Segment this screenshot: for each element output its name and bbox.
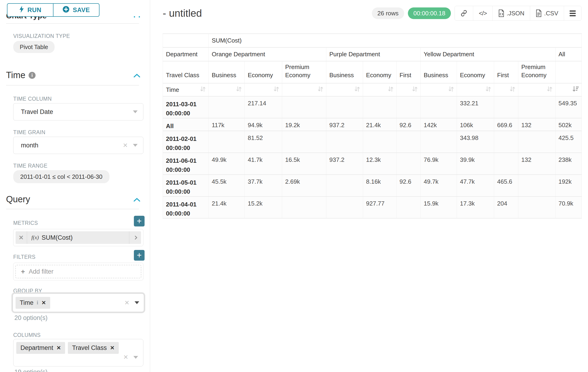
chevron-down-icon <box>135 301 139 304</box>
sort-icon[interactable] <box>273 86 280 94</box>
column-sort-header[interactable] <box>209 83 245 96</box>
time-grain-select[interactable]: month ✕ <box>13 137 143 154</box>
pivot-cell <box>494 96 518 118</box>
add-filter-plus-button[interactable]: + <box>134 250 145 261</box>
group-by-chip-label: Time <box>20 299 33 307</box>
export-csv-button[interactable]: .CSV <box>530 6 564 21</box>
column-header: Economy <box>457 61 494 83</box>
column-sort-header[interactable] <box>326 83 363 96</box>
column-sort-header[interactable] <box>397 83 421 96</box>
remove-chip-icon[interactable]: ✕ <box>56 345 61 351</box>
chevron-up-icon[interactable] <box>133 198 140 202</box>
chevron-up-icon[interactable] <box>134 16 140 18</box>
file-code-icon <box>498 10 504 17</box>
pivot-row: 2011-06-0100:00:0049.9k41.7k16.5k937.212… <box>163 153 582 175</box>
expand-metric-icon[interactable] <box>129 231 141 244</box>
column-sort-header[interactable] <box>363 83 397 96</box>
time-sort-header[interactable]: Time <box>163 83 209 96</box>
pivot-table-container: SUM(Cost)DepartmentOrange DepartmentPurp… <box>163 33 582 219</box>
time-grain-value: month <box>21 142 123 149</box>
clear-icon[interactable]: ✕ <box>124 299 129 307</box>
pivot-cell: 21.4k <box>363 118 397 131</box>
group-by-chip[interactable]: Time i ✕ <box>16 297 50 309</box>
columns-chip-label: Travel Class <box>72 344 107 351</box>
add-metric-button[interactable]: + <box>134 216 145 226</box>
remove-chip-icon[interactable]: ✕ <box>110 345 114 351</box>
pivot-row: 2011-04-0100:00:0021.4k15.2k927.7715.9k1… <box>163 196 582 218</box>
metric-chip[interactable]: ✕ f(x) SUM(Cost) <box>16 231 141 244</box>
column-sort-header[interactable] <box>494 83 518 96</box>
column-sort-header[interactable] <box>457 83 494 96</box>
pivot-cell <box>494 153 518 175</box>
pivot-row-label: 2011-05-0100:00:00 <box>163 175 209 196</box>
pivot-cell <box>326 175 363 196</box>
pivot-cell <box>282 96 326 118</box>
pivot-cell: 142k <box>421 118 457 131</box>
chart-title[interactable]: - untitled <box>163 7 202 19</box>
divider <box>6 85 139 85</box>
group-by-options-hint: 20 option(s) <box>14 314 48 321</box>
time-range-label: TIME RANGE <box>13 163 47 169</box>
pivot-cell: 15.9k <box>421 196 457 218</box>
time-column-value: Travel Date <box>21 108 133 116</box>
info-icon[interactable]: i <box>29 72 36 79</box>
run-button[interactable]: RUN <box>7 3 53 17</box>
column-sort-header[interactable] <box>282 83 326 96</box>
clear-icon[interactable]: ✕ <box>123 354 128 361</box>
sort-icon[interactable] <box>485 86 492 94</box>
columns-chip[interactable]: Travel Class ✕ <box>68 342 118 354</box>
export-json-button[interactable]: .JSON <box>493 6 530 21</box>
time-range-pill[interactable]: 2011-01-01 ≤ col < 2011-06-30 <box>13 170 109 183</box>
pivot-cell: 343.98 <box>457 131 494 153</box>
column-header: Business <box>326 61 363 83</box>
sort-descending-icon[interactable] <box>572 86 579 94</box>
column-sort-header[interactable] <box>245 83 282 96</box>
sort-icon[interactable] <box>448 86 454 94</box>
columns-chip[interactable]: Department ✕ <box>16 342 65 354</box>
metric-header: SUM(Cost) <box>209 34 582 47</box>
sort-icon[interactable] <box>236 86 242 94</box>
metric-chip-label: f(x) SUM(Cost) <box>27 231 129 244</box>
save-button[interactable]: SAVE <box>53 3 99 17</box>
column-header: Premium Economy <box>282 61 326 83</box>
pivot-cell: 92.6 <box>397 175 421 196</box>
pivot-cell <box>282 131 326 153</box>
sort-icon[interactable] <box>200 86 206 94</box>
group-by-select[interactable]: Time i ✕ ✕ <box>12 293 144 312</box>
remove-metric-icon[interactable]: ✕ <box>16 231 27 244</box>
view-query-button[interactable]: </> <box>473 6 493 21</box>
time-section-title: Time <box>6 70 25 80</box>
more-menu-button[interactable] <box>564 6 581 21</box>
sort-icon[interactable] <box>354 86 360 94</box>
copy-link-button[interactable] <box>455 6 473 21</box>
sort-icon[interactable] <box>546 86 553 94</box>
sort-icon[interactable] <box>317 86 324 94</box>
column-group-header: Orange Department <box>209 47 326 61</box>
remove-chip-icon[interactable]: ✕ <box>41 300 46 306</box>
pivot-cell: 8.16k <box>363 175 397 196</box>
chevron-up-icon[interactable] <box>133 74 140 78</box>
pivot-row-label: All <box>163 118 209 131</box>
group-by-label: GROUP BY <box>13 288 42 294</box>
pivot-cell: 39.9k <box>457 153 494 175</box>
columns-select[interactable]: Department ✕ Travel Class ✕ ✕ <box>13 339 143 366</box>
sort-icon[interactable] <box>388 86 394 94</box>
chart-area: - untitled 26 rows 00:00:00.18 </> <box>150 0 588 372</box>
all-column-sort-header-active[interactable] <box>556 83 582 96</box>
column-sort-header[interactable] <box>421 83 457 96</box>
pivot-cell: 465.6 <box>494 175 518 196</box>
pivot-row: All117k94.9k19.2k937.221.4k92.6142k106k6… <box>163 118 582 131</box>
sort-icon[interactable] <box>509 86 516 94</box>
clear-icon[interactable]: ✕ <box>123 142 128 149</box>
info-icon[interactable]: i <box>37 300 38 306</box>
column-sort-header[interactable] <box>518 83 556 96</box>
travel-class-dim-label: Travel Class <box>163 61 209 83</box>
time-column-select[interactable]: Travel Date <box>13 103 143 120</box>
export-toolbar: </> .JSON .CSV <box>455 6 581 21</box>
pivot-cell <box>518 96 556 118</box>
pivot-cell: 117k <box>209 118 245 131</box>
filters-label: FILTERS <box>13 254 36 260</box>
visualization-type-pill[interactable]: Pivot Table <box>13 41 55 53</box>
sort-icon[interactable] <box>412 86 418 94</box>
add-filter-button[interactable]: + Add filter <box>15 265 141 278</box>
